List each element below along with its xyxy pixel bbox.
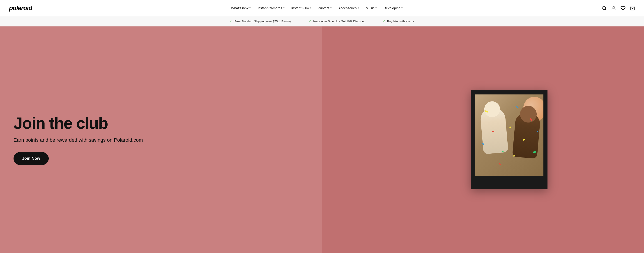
confetti-piece xyxy=(502,151,504,152)
confetti-piece xyxy=(512,155,515,157)
confetti-piece xyxy=(492,131,494,132)
chevron-down-icon: ▾ xyxy=(401,7,403,10)
confetti-piece xyxy=(516,106,519,109)
nav-label-printers: Printers xyxy=(318,6,330,10)
chevron-down-icon: ▾ xyxy=(376,7,377,10)
check-icon: ✓ xyxy=(383,20,385,23)
check-icon: ✓ xyxy=(230,20,233,23)
main-nav: What's new▾Instant Cameras▾Instant Film▾… xyxy=(228,4,406,12)
confetti-piece xyxy=(509,126,511,128)
wishlist-icon[interactable] xyxy=(620,6,626,11)
promo-item-newsletter: ✓Newsletter Sign Up - Get 10% Discount xyxy=(309,20,364,23)
nav-label-whats-new: What's new xyxy=(231,6,248,10)
confetti-piece xyxy=(485,110,488,112)
nav-label-instant-cameras: Instant Cameras xyxy=(258,6,282,10)
nav-item-instant-cameras[interactable]: Instant Cameras▾ xyxy=(255,4,287,12)
svg-point-2 xyxy=(613,6,614,8)
hero-image-area xyxy=(471,90,548,189)
confetti-piece xyxy=(499,163,501,165)
polaroid-frame xyxy=(471,90,548,189)
chevron-down-icon: ▾ xyxy=(330,7,332,10)
nav-label-instant-film: Instant Film xyxy=(291,6,309,10)
nav-item-music[interactable]: Music▾ xyxy=(363,4,380,12)
chevron-down-icon: ▾ xyxy=(358,7,359,10)
hero-content: Join the club Earn points and be rewarde… xyxy=(0,115,156,165)
header: polaroid What's new▾Instant Cameras▾Inst… xyxy=(0,0,644,16)
confetti-piece xyxy=(530,118,532,121)
hero-section: Join the club Earn points and be rewarde… xyxy=(0,27,644,253)
hero-title: Join the club xyxy=(14,115,143,132)
chevron-down-icon: ▾ xyxy=(283,7,284,10)
svg-line-1 xyxy=(605,9,606,10)
account-icon[interactable] xyxy=(611,6,616,11)
chevron-down-icon: ▾ xyxy=(250,7,251,10)
promo-text-newsletter: Newsletter Sign Up - Get 10% Discount xyxy=(313,20,364,23)
polaroid-photo xyxy=(475,94,544,176)
hero-subtitle: Earn points and be rewarded with savings… xyxy=(14,137,143,143)
nav-item-whats-new[interactable]: What's new▾ xyxy=(228,4,254,12)
check-icon: ✓ xyxy=(309,20,312,23)
join-now-button[interactable]: Join Now xyxy=(14,152,49,165)
confetti-overlay xyxy=(475,94,544,176)
nav-item-developing[interactable]: Developing▾ xyxy=(381,4,406,12)
nav-label-accessories: Accessories xyxy=(338,6,357,10)
confetti-piece xyxy=(533,151,536,153)
promo-item-klarna: ✓Pay later with Klarna xyxy=(383,20,414,23)
confetti-piece xyxy=(523,139,525,141)
nav-item-instant-film[interactable]: Instant Film▾ xyxy=(289,4,314,12)
nav-item-printers[interactable]: Printers▾ xyxy=(315,4,334,12)
promo-banner: ✓Free Standard Shipping over $75 (US onl… xyxy=(0,16,644,27)
nav-label-music: Music xyxy=(366,6,374,10)
logo[interactable]: polaroid xyxy=(9,5,32,12)
promo-item-shipping: ✓Free Standard Shipping over $75 (US onl… xyxy=(230,20,291,23)
chevron-down-icon: ▾ xyxy=(310,7,311,10)
header-icons xyxy=(602,6,635,11)
confetti-piece xyxy=(537,131,538,132)
nav-label-developing: Developing xyxy=(384,6,400,10)
search-icon[interactable] xyxy=(602,6,606,11)
cart-icon[interactable] xyxy=(630,6,635,11)
confetti-piece xyxy=(482,143,484,145)
nav-item-accessories[interactable]: Accessories▾ xyxy=(336,4,362,12)
promo-text-shipping: Free Standard Shipping over $75 (US only… xyxy=(234,20,291,23)
promo-text-klarna: Pay later with Klarna xyxy=(387,20,414,23)
